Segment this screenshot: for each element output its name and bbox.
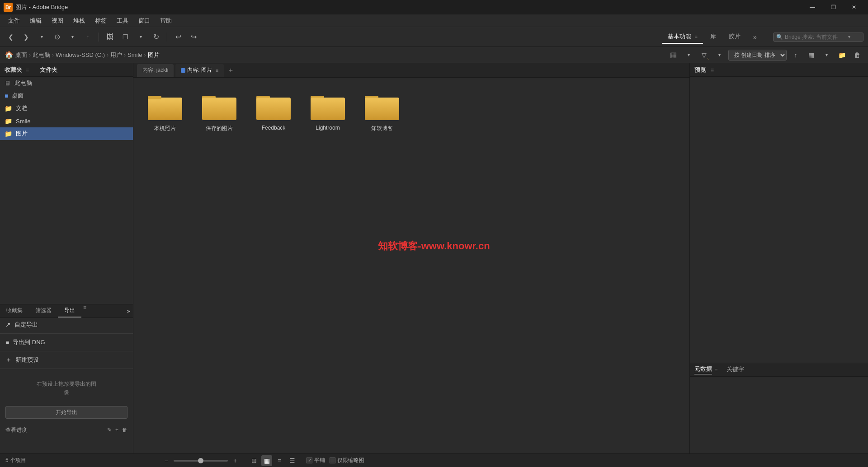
sort-direction-button[interactable]: ↑ (789, 49, 802, 61)
back-button[interactable]: ❮ (5, 31, 17, 43)
export-delete-icon[interactable]: 🗑 (122, 427, 127, 433)
breadcrumb-drive[interactable]: Windows-SSD (C:) (56, 51, 105, 58)
folder-icon-blog (364, 89, 400, 121)
svg-rect-8 (256, 98, 291, 120)
menu-file[interactable]: 文件 (4, 15, 24, 27)
folder-item-local-photos[interactable]: 本机照片 (142, 87, 188, 135)
metadata-tab-metadata[interactable]: 元数据 (694, 365, 712, 374)
maximize-button[interactable]: ❐ (823, 0, 844, 14)
menu-tools[interactable]: 工具 (112, 15, 133, 27)
view-list-button[interactable]: ☰ (287, 455, 297, 466)
folder-item-blog[interactable]: 知软博客 (359, 87, 405, 135)
undo-button[interactable]: ↩ (172, 31, 184, 43)
content-tab-jackli[interactable]: 内容: jackli (137, 64, 174, 77)
sidebar-item-smile[interactable]: 📁 Smile (0, 115, 133, 127)
zoom-slider[interactable] (174, 460, 228, 462)
refresh-button[interactable]: ↻ (150, 31, 162, 43)
preview-menu-icon[interactable]: ≡ (711, 67, 714, 73)
filter-button[interactable]: ▽○ (698, 49, 710, 61)
menu-label[interactable]: 标签 (90, 15, 111, 27)
search-arrow[interactable]: ▾ (848, 34, 850, 39)
filter-arrow[interactable]: ▾ (713, 49, 726, 61)
content-tab-pictures[interactable]: 内容: 图片 ≡ (175, 64, 224, 77)
breadcrumb-pc[interactable]: 此电脑 (33, 51, 50, 59)
computer-icon: 🖥 (5, 79, 11, 87)
folder-item-feedback[interactable]: Feedback (251, 87, 296, 135)
export-panel-more[interactable]: » (124, 304, 133, 318)
zoom-minus-button[interactable]: − (162, 456, 171, 465)
flat-view-label: 平铺 (314, 457, 325, 464)
redo-button[interactable]: ↪ (187, 31, 200, 43)
camera-button[interactable]: 🖼 (104, 31, 116, 43)
delete-button[interactable]: 🗑 (851, 49, 863, 61)
breadcrumb-pictures[interactable]: 图片 (148, 51, 160, 59)
workspace-tab-basic[interactable]: 基本功能 ≡ (662, 30, 703, 44)
minimize-button[interactable]: — (802, 0, 823, 14)
thumbnail-quality-button[interactable]: ▦ (667, 49, 679, 61)
flat-view-check[interactable]: 平铺 (307, 457, 325, 464)
sidebar-item-pictures[interactable]: 📁 图片 (0, 127, 133, 140)
view-options-arrow[interactable]: ▾ (820, 49, 833, 61)
parent-button[interactable]: ↑ (81, 31, 94, 43)
workspace-tab-film[interactable]: 胶片 (723, 30, 746, 44)
breadcrumb-desktop[interactable]: 桌面 (15, 51, 27, 59)
menu-view[interactable]: 视图 (47, 15, 68, 27)
zoom-slider-thumb[interactable] (198, 458, 203, 463)
folder-icon-local-photos (147, 89, 183, 121)
copy-arrow-button[interactable]: ▾ (134, 31, 147, 43)
export-dng-item[interactable]: ≡ 导出到 DNG (0, 336, 133, 349)
export-edit-icon[interactable]: ✎ (107, 427, 112, 433)
flat-view-checkbox[interactable] (307, 458, 312, 463)
view-grid-button[interactable]: ⊞ (249, 455, 259, 466)
history-arrow-button[interactable]: ▾ (66, 31, 79, 43)
workspace-tabs: 基本功能 ≡ 库 胶片 (662, 30, 746, 44)
thumbnail-only-checkbox[interactable] (330, 458, 335, 463)
history-button[interactable]: ⊙ (51, 31, 63, 43)
view-detail-button[interactable]: ≡ (274, 455, 285, 466)
sidebar-item-desktop[interactable]: ■ 桌面 (0, 89, 133, 102)
folder-item-lightroom[interactable]: Lightroom (305, 87, 350, 135)
sort-dropdown[interactable]: 按 创建日期 排序 (728, 50, 787, 61)
export-custom-item[interactable]: ↗ 自定导出 (0, 318, 133, 332)
metadata-panel: 元数据 ≡ 关键字 (690, 363, 868, 453)
thumbnail-quality-arrow[interactable]: ▾ (682, 49, 695, 61)
add-tab-button[interactable]: + (226, 65, 236, 75)
folder-icon-feedback (255, 89, 292, 121)
breadcrumb-smile[interactable]: Smile (127, 51, 142, 58)
menu-edit[interactable]: 编辑 (25, 15, 46, 27)
export-tab-collections[interactable]: 收藏集 (0, 304, 29, 318)
breadcrumb-home-icon: 🏠 (5, 51, 14, 59)
more-workspaces-button[interactable]: » (749, 31, 761, 43)
favorites-menu-icon[interactable] (26, 67, 29, 73)
folder-item-saved-images[interactable]: 保存的图片 (197, 87, 242, 135)
menu-window[interactable]: 窗口 (134, 15, 155, 27)
workspace-tab-library[interactable]: 库 (705, 30, 722, 44)
export-new-preset-item[interactable]: ＋ 新建预设 (0, 353, 133, 367)
close-button[interactable]: ✕ (844, 0, 864, 14)
metadata-tab-keywords[interactable]: 关键字 (726, 365, 744, 374)
sidebar-item-computer[interactable]: 🖥 此电脑 (0, 77, 133, 89)
menu-help[interactable]: 帮助 (156, 15, 176, 27)
menu-stack[interactable]: 堆栈 (69, 15, 90, 27)
view-options-button[interactable]: ▦ (805, 49, 817, 61)
export-tab-filter[interactable]: 筛选器 (29, 304, 58, 318)
breadcrumb-users[interactable]: 用户 (110, 51, 122, 59)
export-add-small-icon[interactable]: + (115, 427, 118, 433)
export-progress-row: 查看进度 ✎ + 🗑 (0, 423, 133, 437)
content-tab-menu-icon[interactable]: ≡ (216, 68, 218, 73)
export-start-button[interactable]: 开始导出 (5, 406, 127, 419)
forward-button[interactable]: ❯ (20, 31, 33, 43)
export-tab-export[interactable]: 导出 (58, 304, 81, 318)
search-input[interactable] (785, 34, 848, 40)
new-folder-button[interactable]: 📁 (835, 49, 848, 61)
nav-arrow-button[interactable]: ▾ (35, 31, 48, 43)
zoom-plus-button[interactable]: + (231, 456, 240, 465)
thumbnail-only-check[interactable]: 仅限缩略图 (330, 457, 364, 464)
folder-label-blog: 知软博客 (371, 125, 393, 132)
thumbnail-only-label: 仅限缩略图 (337, 457, 364, 464)
sidebar-item-documents[interactable]: 📁 文档 (0, 102, 133, 115)
preview-title: 预览 (694, 66, 706, 74)
desktop-icon: ■ (5, 92, 8, 99)
view-thumbnail-button[interactable]: ▦ (261, 455, 272, 466)
copy-button[interactable]: ❐ (119, 31, 132, 43)
